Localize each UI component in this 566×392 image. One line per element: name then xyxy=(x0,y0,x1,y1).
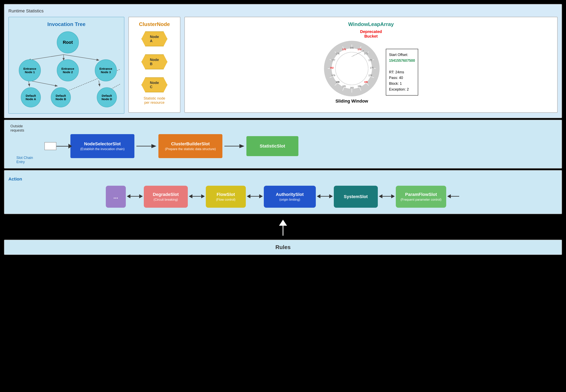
slot-chain-entry-label: Slot ChainEntry xyxy=(16,156,33,164)
pass-label: Pass: 40 xyxy=(389,75,415,81)
svg-text:191: 191 xyxy=(350,47,354,49)
hex-node-b: NodeB xyxy=(141,54,167,69)
tree-node-entrance2: EntranceNode 2 xyxy=(57,59,79,81)
node-selector-title: NodeSelectorSlot xyxy=(84,141,121,146)
hex-node-c: NodeC xyxy=(141,77,167,92)
info-box: Start Offset: 1541557607500 RT: 24ms Pas… xyxy=(386,49,418,96)
system-slot: SystemSlot xyxy=(334,186,378,208)
svg-line-4 xyxy=(29,80,57,86)
outside-requests-label: Outsiderequests xyxy=(10,124,24,133)
tree-node-defaultA: DefaultNode A xyxy=(21,87,41,107)
cluster-builder-title: ClusterBuilderSlot xyxy=(171,141,210,146)
circle-container: 180 179 162 177 176 175 191 173 xyxy=(324,41,380,97)
svg-marker-60 xyxy=(317,194,320,198)
tree-node-defaultD: DefaultNode D xyxy=(97,87,117,107)
arrow-2 xyxy=(224,143,244,149)
svg-text:172: 172 xyxy=(368,74,372,77)
param-flow-slot-subtitle: (Frequent parameter control) xyxy=(401,198,442,201)
svg-marker-66 xyxy=(447,194,451,198)
bi-arrow-2 xyxy=(189,193,205,199)
cluster-node-title: ClusterNode xyxy=(139,21,170,28)
authority-slot-subtitle: (origin limiting) xyxy=(276,198,304,201)
authority-slot: AuthoritySlot (origin limiting) xyxy=(264,186,316,208)
rt-label: RT: 24ms xyxy=(389,69,415,75)
svg-text:176: 176 xyxy=(336,52,339,55)
runtime-stats-content: Invocation Tree xyxy=(8,17,558,114)
statistic-label: Statistic nodeper resource xyxy=(144,96,165,105)
invocation-tree-title: Invocation Tree xyxy=(13,21,120,28)
degrade-slot-subtitle: (Circuit breaking) xyxy=(153,198,179,201)
bi-arrow-3 xyxy=(247,193,263,199)
flow-slot: FlowSlot (Flow control) xyxy=(206,186,246,208)
invocation-tree-box: Invocation Tree xyxy=(8,17,124,114)
flow-slot-title: FlowSlot xyxy=(217,192,235,197)
svg-text:172: 172 xyxy=(364,52,368,55)
node-selector-slot: NodeSelectorSlot (Establish the invocati… xyxy=(70,134,134,158)
tree-node-entrance1: EntranceNode 1 xyxy=(19,59,41,81)
svg-text:162: 162 xyxy=(330,67,334,69)
start-offset-label: Start Offset: 1541557607500 xyxy=(389,52,415,64)
arrow-1 xyxy=(136,143,156,149)
degrade-slot-title: DegradeSlot xyxy=(153,192,179,197)
statistic-slot-title: StatisticSlot xyxy=(260,143,285,149)
action-label: Action xyxy=(8,177,558,182)
sliding-window-svg: 180 179 162 177 176 175 191 173 xyxy=(324,41,380,97)
authority-slot-title: AuthoritySlot xyxy=(276,192,304,197)
bi-arrow-4 xyxy=(317,193,333,199)
cluster-node-box: ClusterNode NodeA NodeB NodeC Statistic … xyxy=(128,17,180,113)
window-leap-title: WindowLeapArray xyxy=(189,21,553,28)
bi-arrow-1 xyxy=(127,193,143,199)
entry-white-rect xyxy=(44,142,56,150)
svg-marker-50 xyxy=(239,144,244,148)
tree-node-root: Root xyxy=(57,31,79,53)
degrade-slot: DegradeSlot (Circuit breaking) xyxy=(144,186,188,208)
tree-node-defaultB: DefaultNode B xyxy=(51,87,71,107)
svg-text:185: 185 xyxy=(364,81,368,83)
svg-line-0 xyxy=(29,55,64,60)
svg-text:175: 175 xyxy=(342,48,346,51)
param-flow-slot-title: ParamFlowSlot xyxy=(405,192,437,197)
system-slot-title: SystemSlot xyxy=(344,194,368,199)
svg-marker-53 xyxy=(139,194,143,198)
param-flow-slot: ParamFlowSlot (Frequent parameter contro… xyxy=(396,186,446,208)
cluster-builder-subtitle: (Prepare the statistic data structure) xyxy=(165,147,216,151)
block-label: Block: 1 xyxy=(389,81,415,86)
window-leap-box: WindowLeapArray DeprecatedBucket xyxy=(184,17,558,113)
up-arrow-section xyxy=(4,216,562,240)
svg-text:179: 179 xyxy=(331,74,335,77)
svg-marker-51 xyxy=(127,194,131,198)
svg-marker-69 xyxy=(279,220,287,226)
hex-node-a: NodeA xyxy=(141,31,167,46)
ellipsis-slot: ... xyxy=(106,186,126,208)
tree-container: Root EntranceNode 1 EntranceNode 2 Entra… xyxy=(13,29,120,109)
sliding-window-label: Sliding Window xyxy=(335,98,368,104)
svg-text:181: 181 xyxy=(336,81,339,83)
main-container: Runtime Statistics Invocation Tree xyxy=(0,0,566,259)
sliding-window-area: 180 179 162 177 176 175 191 173 xyxy=(189,41,553,104)
action-content: ... DegradeSlot (Circuit breaking) xyxy=(8,186,558,208)
action-panel: Action ... DegradeSlot (Circuit breaking… xyxy=(4,170,562,214)
statistic-slot: StatisticSlot xyxy=(247,136,298,156)
svg-line-5 xyxy=(99,80,100,86)
svg-marker-63 xyxy=(379,194,382,198)
svg-marker-62 xyxy=(329,194,333,198)
rules-label: Rules xyxy=(8,244,558,251)
slot-chain-panel: Outsiderequests Slot ChainEntry NodeSele… xyxy=(4,120,562,168)
cluster-builder-slot: ClusterBuilderSlot (Prepare the statisti… xyxy=(159,134,222,158)
svg-marker-48 xyxy=(151,144,156,148)
svg-point-12 xyxy=(336,53,368,84)
svg-marker-59 xyxy=(259,194,263,198)
svg-text:181: 181 xyxy=(342,85,346,87)
exception-label: Exception: 2 xyxy=(389,86,415,92)
svg-marker-54 xyxy=(189,194,192,198)
flow-slot-subtitle: (Flow control) xyxy=(216,198,235,201)
up-arrow-svg xyxy=(278,220,288,236)
runtime-stats-panel: Runtime Statistics Invocation Tree xyxy=(4,4,562,118)
offset-value: 1541557607500 xyxy=(389,58,415,63)
svg-marker-65 xyxy=(391,194,395,198)
bi-arrow-5 xyxy=(379,193,395,199)
svg-text:183: 183 xyxy=(350,86,354,89)
node-selector-subtitle: (Establish the invocation chain) xyxy=(80,147,124,151)
svg-text:171: 171 xyxy=(370,67,374,69)
tree-node-entrance3: EntranceNode 3 xyxy=(95,59,117,81)
